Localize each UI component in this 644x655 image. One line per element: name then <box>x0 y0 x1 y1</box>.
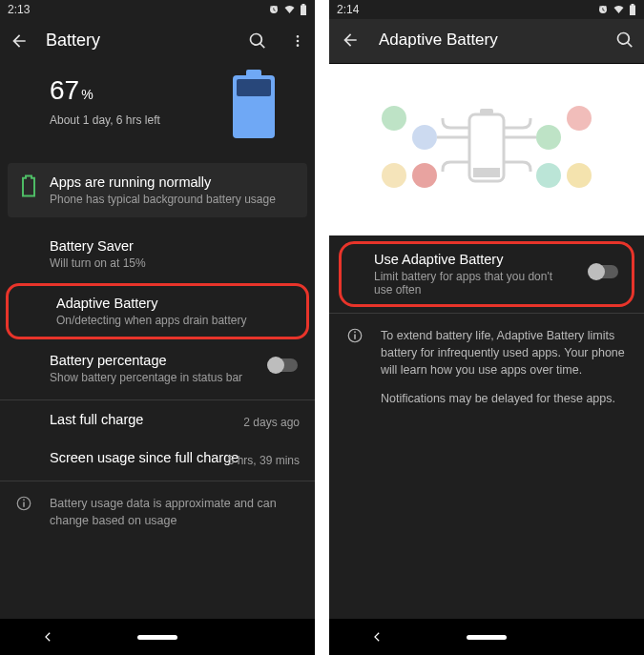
status-card-title: Apps are running normally <box>50 174 276 190</box>
status-time: 2:14 <box>337 3 359 16</box>
nav-bar <box>329 619 644 655</box>
battery-saver-item[interactable]: Battery Saver Will turn on at 15% <box>0 227 315 281</box>
adaptive-battery-screen: 2:14 Adaptive Battery <box>329 0 644 655</box>
status-bar: 2:14 <box>329 0 644 19</box>
battery-large-icon <box>233 75 275 138</box>
svg-point-8 <box>382 163 406 188</box>
status-time: 2:13 <box>8 3 30 16</box>
svg-point-10 <box>567 106 592 131</box>
use-adaptive-title: Use Adaptive Battery <box>374 252 620 267</box>
alarm-icon <box>597 4 609 15</box>
adaptive-battery-title: Adaptive Battery <box>56 296 293 311</box>
search-icon[interactable] <box>615 31 634 50</box>
battery-percentage-sub: Show battery percentage in status bar <box>50 371 300 384</box>
battery-settings-screen: 2:13 Battery 67% About 1 day, 6 hrs left… <box>0 0 315 655</box>
last-full-charge-item[interactable]: Last full charge 2 days ago <box>0 400 315 439</box>
battery-estimate: About 1 day, 6 hrs left <box>50 113 160 127</box>
wifi-icon <box>613 4 625 15</box>
use-adaptive-battery-item[interactable]: Use Adaptive Battery Limit battery for a… <box>339 241 634 307</box>
status-icons <box>597 4 636 15</box>
screen-usage-value: 5 hrs, 39 mins <box>228 454 300 467</box>
alarm-icon <box>268 4 280 15</box>
adaptive-info-text-2: Notifications may be delayed for these a… <box>381 390 625 407</box>
page-title: Adaptive Battery <box>379 31 596 50</box>
battery-percentage-title: Battery percentage <box>50 353 300 368</box>
info-icon <box>15 495 32 512</box>
battery-saver-sub: Will turn on at 15% <box>50 256 300 270</box>
battery-percentage-item[interactable]: Battery percentage Show battery percenta… <box>0 341 315 396</box>
status-bar: 2:13 <box>0 0 315 19</box>
svg-rect-15 <box>354 335 356 339</box>
battery-hero: 67% About 1 day, 6 hrs left <box>0 64 315 159</box>
disclaimer-text: Battery usage data is approximate and ca… <box>50 497 277 527</box>
use-adaptive-toggle[interactable] <box>590 265 618 278</box>
battery-status-icon <box>300 4 307 15</box>
battery-percent: 67% <box>50 75 160 106</box>
svg-rect-2 <box>23 500 25 501</box>
svg-point-9 <box>412 163 437 188</box>
svg-rect-4 <box>480 109 493 114</box>
adaptive-battery-item[interactable]: Adaptive Battery On/detecting when apps … <box>6 283 309 339</box>
info-icon <box>346 327 364 344</box>
adaptive-info-block: To extend battery life, Adaptive Battery… <box>329 314 644 421</box>
svg-rect-16 <box>354 332 356 334</box>
nav-home-pill[interactable] <box>137 635 177 640</box>
nav-home-pill[interactable] <box>467 635 507 640</box>
adaptive-illustration <box>329 64 644 235</box>
nav-back-icon[interactable] <box>370 630 384 644</box>
back-icon[interactable] <box>10 31 29 51</box>
adaptive-battery-sub: On/detecting when apps drain battery <box>56 314 293 327</box>
battery-status-icon <box>629 4 636 15</box>
battery-percentage-toggle[interactable] <box>269 358 298 372</box>
wifi-icon <box>283 4 296 15</box>
battery-usage-disclaimer: Battery usage data is approximate and ca… <box>0 481 315 542</box>
nav-bar <box>0 619 315 655</box>
status-card-sub: Phone has typical background battery usa… <box>50 193 276 206</box>
svg-point-6 <box>382 106 406 131</box>
svg-point-11 <box>536 125 561 150</box>
battery-saver-title: Battery Saver <box>50 238 300 254</box>
svg-point-13 <box>567 163 592 188</box>
app-bar: Battery <box>0 19 315 64</box>
status-card[interactable]: Apps are running normally Phone has typi… <box>8 163 307 217</box>
battery-ok-icon <box>21 174 36 197</box>
adaptive-info-text-1: To extend battery life, Adaptive Battery… <box>381 327 625 379</box>
search-icon[interactable] <box>248 31 267 51</box>
page-title: Battery <box>46 31 225 51</box>
last-full-charge-value: 2 days ago <box>243 416 300 429</box>
screen-usage-item[interactable]: Screen usage since full charge 5 hrs, 39… <box>0 439 315 477</box>
svg-rect-5 <box>473 168 500 177</box>
svg-rect-1 <box>23 502 25 507</box>
app-bar: Adaptive Battery <box>329 19 644 64</box>
back-icon[interactable] <box>341 31 360 50</box>
use-adaptive-sub: Limit battery for apps that you don't us… <box>374 270 565 297</box>
status-icons <box>268 4 307 15</box>
svg-point-12 <box>536 163 561 188</box>
svg-point-7 <box>412 125 437 150</box>
overflow-menu-icon[interactable] <box>290 31 305 51</box>
nav-back-icon[interactable] <box>41 630 54 644</box>
